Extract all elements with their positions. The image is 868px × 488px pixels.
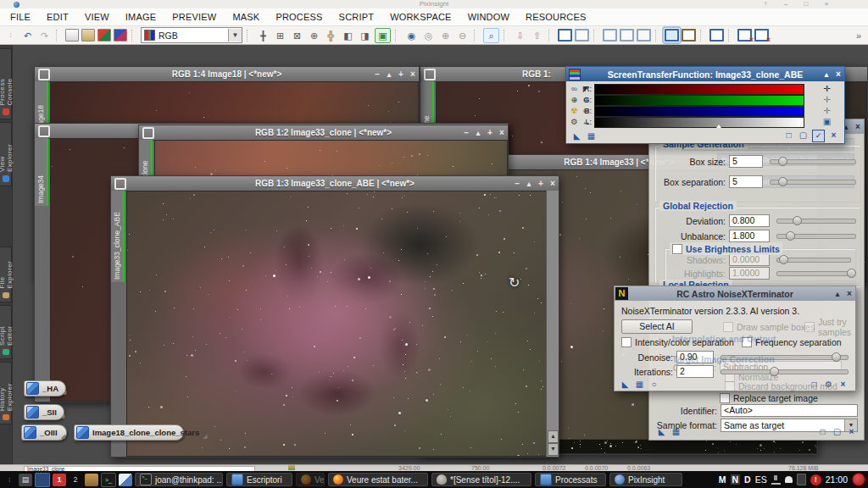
- expand-windows-icon[interactable]: [620, 29, 634, 42]
- scroll-up-icon[interactable]: ▲: [548, 430, 559, 443]
- workspace-switcher-icon[interactable]: [35, 473, 50, 487]
- pan-mode-icon[interactable]: ╋: [256, 29, 270, 42]
- crosshair-icon[interactable]: ✛: [821, 106, 832, 116]
- network-icon[interactable]: [771, 475, 781, 485]
- alert-icon[interactable]: !: [810, 474, 821, 485]
- unbalance-field[interactable]: 1.800: [729, 230, 770, 242]
- terminal-launcher-icon[interactable]: >_: [101, 473, 116, 487]
- dock-tab-history-explorer[interactable]: History Explorer: [0, 362, 12, 424]
- use-brightness-limits-checkbox[interactable]: [672, 244, 682, 254]
- battery-icon[interactable]: [797, 474, 806, 485]
- taskbar-button-sense-t-tol-12[interactable]: *[Sense títol]-12....: [431, 473, 531, 486]
- window-shade-icon[interactable]: ▴: [472, 128, 484, 137]
- app-shade-button[interactable]: ↑: [760, 0, 771, 8]
- show-desktop-icon[interactable]: ▤: [19, 474, 32, 486]
- fit-view-icon[interactable]: ╬: [324, 29, 338, 42]
- menu-item-script[interactable]: SCRIPT: [339, 12, 375, 22]
- iconized-window-oiii[interactable]: _OIII◢: [21, 424, 67, 441]
- channel-selector-dropdown-icon[interactable]: ▼: [228, 29, 242, 42]
- menu-item-file[interactable]: FILE: [10, 12, 31, 22]
- zoom-to-fit-icon[interactable]: ◎: [421, 29, 436, 42]
- box-size-field[interactable]: 5: [729, 155, 763, 168]
- deviation-field[interactable]: 0.800: [729, 214, 770, 227]
- new-instance-icon[interactable]: ▢: [832, 426, 843, 437]
- iterations-field[interactable]: 2: [676, 365, 714, 378]
- crosshair-icon[interactable]: ✛: [821, 95, 832, 105]
- split-view-icon[interactable]: [558, 29, 572, 42]
- highlights-slider[interactable]: [776, 271, 851, 276]
- channel-gradient-slider[interactable]: [594, 95, 804, 106]
- taskbar-button-ve[interactable]: Ve: [296, 473, 325, 486]
- window-shade-icon[interactable]: ▴: [383, 69, 395, 79]
- main-titlebar[interactable]: RGB 1:3 Image33_clone_ABE | <*new*> – ▴ …: [111, 176, 559, 191]
- iconized-window-image18-clone-clone-stars[interactable]: Image18_clone_clone_stars◢: [74, 424, 184, 441]
- abe-dialog[interactable]: ▴ × Sample Generation and Rejection RC-A…: [648, 119, 865, 441]
- drag-instance-icon[interactable]: ▦: [634, 379, 645, 390]
- stf-titlebar[interactable]: ScreenTransferFunction: Image33_clone_AB…: [566, 67, 844, 81]
- reset-icon[interactable]: ×: [846, 426, 857, 437]
- browse-documentation-icon[interactable]: □: [809, 379, 820, 390]
- cascade-windows-icon[interactable]: [575, 29, 589, 42]
- indicator-n[interactable]: N: [731, 474, 741, 485]
- channel-gradient-slider[interactable]: [594, 106, 804, 117]
- window-zoom-icon[interactable]: +: [535, 179, 547, 188]
- box-separation-field[interactable]: 5: [729, 175, 763, 188]
- preferences-icon[interactable]: ⚙: [823, 379, 834, 390]
- app-maximize-button[interactable]: □: [800, 0, 812, 8]
- archive-manager-icon[interactable]: [85, 474, 98, 486]
- menu-item-mask[interactable]: MASK: [232, 12, 259, 22]
- launcher-icon[interactable]: [119, 474, 132, 486]
- channel-gradient-slider[interactable]: [594, 84, 804, 95]
- mask-enabled-icon[interactable]: [682, 29, 696, 42]
- reset-icon[interactable]: ×: [828, 130, 839, 141]
- window-zoom-icon[interactable]: +: [395, 69, 407, 79]
- dialog-close-icon[interactable]: ×: [832, 69, 844, 79]
- image34-view-tab[interactable]: Image34: [35, 138, 48, 206]
- image-info-icon[interactable]: [114, 29, 127, 42]
- abe-global-rejection-header[interactable]: Global Rejection: [659, 201, 737, 211]
- apply-triangle-icon[interactable]: ◣: [656, 426, 667, 437]
- window-iconize-icon[interactable]: –: [511, 179, 523, 188]
- menu-item-view[interactable]: VIEW: [85, 12, 109, 22]
- notifications-icon[interactable]: [785, 476, 793, 483]
- menu-item-preview[interactable]: PREVIEW: [172, 12, 216, 22]
- replace-target-image-checkbox[interactable]: [720, 393, 730, 403]
- window-close-icon[interactable]: ×: [547, 179, 559, 188]
- menu-item-resources[interactable]: RESOURCES: [526, 12, 586, 22]
- taskbar-button-veure-estat-bater[interactable]: Veure estat bater...: [328, 473, 428, 486]
- window-iconize-icon[interactable]: –: [460, 128, 472, 137]
- readout-options-icon[interactable]: ◨: [358, 29, 372, 42]
- app-minimize-button[interactable]: –: [780, 0, 792, 8]
- reset-icon[interactable]: ×: [837, 379, 849, 390]
- previous-image-icon[interactable]: ⇩: [513, 29, 527, 42]
- browse-documentation-icon[interactable]: □: [817, 426, 828, 437]
- apply-triangle-icon[interactable]: ◣: [571, 130, 582, 141]
- scroll-down-icon[interactable]: ▼: [548, 443, 559, 456]
- channel-selector[interactable]: RGB ▼: [141, 27, 242, 43]
- image-window-image33-clone-abe[interactable]: RGB 1:3 Image33_clone_ABE | <*new*> – ▴ …: [110, 175, 559, 458]
- dialog-close-icon[interactable]: ×: [843, 289, 855, 298]
- screen-target-icon[interactable]: ▣: [821, 117, 832, 127]
- stf-dialog[interactable]: ScreenTransferFunction: Image33_clone_AB…: [565, 66, 845, 144]
- apply-triangle-icon[interactable]: ◣: [620, 379, 631, 390]
- dock-tab-script-editor[interactable]: Script Editor: [0, 305, 12, 359]
- open-image-icon[interactable]: [81, 29, 95, 42]
- resize-grip[interactable]: ◢: [203, 433, 207, 440]
- new-image-icon[interactable]: [65, 29, 79, 42]
- identifier-field[interactable]: <Auto>: [721, 404, 858, 417]
- dialog-shade-icon[interactable]: ▴: [821, 69, 832, 79]
- menu-item-workspace[interactable]: WORKSPACE: [390, 12, 452, 22]
- crop-mode-icon[interactable]: ▣: [375, 28, 391, 43]
- image33-clone-titlebar[interactable]: RGB 1:2 Image33_clone | <*new*> – ▴ + ×: [139, 125, 508, 141]
- crosshair-icon[interactable]: ✛: [821, 84, 832, 94]
- main-vertical-scrollbar[interactable]: ▲ ▼: [546, 191, 559, 457]
- drag-instance-icon[interactable]: ▦: [586, 130, 597, 141]
- unbalance-slider[interactable]: [776, 234, 856, 239]
- midtone-marker[interactable]: [716, 125, 721, 128]
- resize-grip[interactable]: ◢: [61, 433, 65, 440]
- next-image-icon[interactable]: ⇧: [530, 29, 544, 42]
- indicator-m[interactable]: M: [719, 474, 726, 485]
- box-size-slider[interactable]: [770, 159, 856, 164]
- box-separation-slider[interactable]: [770, 180, 856, 185]
- indicator-d[interactable]: D: [744, 474, 751, 485]
